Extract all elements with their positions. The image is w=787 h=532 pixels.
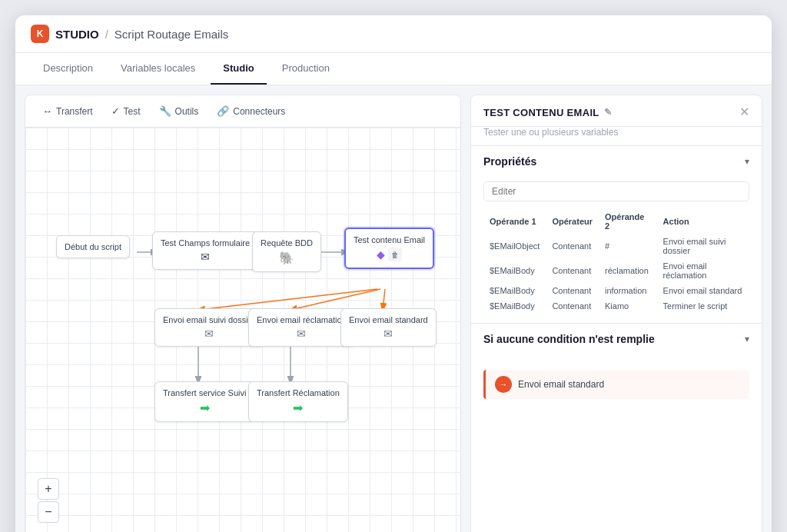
node-test-contenu[interactable]: Test contenu Email ◆ 🗑 [344,228,434,269]
node-icon-diamond: ◆ 🗑 [354,248,425,261]
wrench-icon: 🔧 [159,105,171,117]
panel-close-btn[interactable]: ✕ [739,106,749,118]
panel-title-row: TEST CONTENU EMAIL ✎ [483,107,612,118]
panel-title-text: TEST CONTENU EMAIL [483,107,599,118]
node-transfert-suivi[interactable]: Transfert service Suivi ➡ [154,381,254,422]
table-cell-operand1: $EMailBody [483,298,546,314]
node-label: Envoi email suivi dossier [163,315,255,324]
node-icon-envoi-standard: ✉ [349,328,428,340]
properties-table-wrapper: Opérande 1 Opérateur Opérande 2 Action $… [471,209,762,323]
table-cell-operand1: $EMailBody [483,283,546,298]
table-cell-operator: Contenant [546,258,599,283]
transfert-icon: ↔ [42,105,52,117]
zoom-in-btn[interactable]: + [38,478,59,500]
edit-row [471,177,762,209]
node-label: Test contenu Email [354,235,425,244]
node-icon-transfert-reclamation: ➡ [257,401,340,415]
node-delete-btn[interactable]: 🗑 [388,248,402,261]
node-icon-envoi-reclamation: ✉ [257,328,347,340]
properties-chevron: ▾ [745,156,749,167]
app-window: K STUDIO / Script Routage Emails Descrip… [15,15,772,532]
transfert-btn[interactable]: ↔ Transfert [35,101,101,121]
node-label: Test Champs formulaire [161,238,250,248]
title-bar: K STUDIO / Script Routage Emails [15,15,772,53]
node-label: Début du script [65,242,121,251]
node-icon-envoi-suivi: ✉ [163,328,255,340]
col-header-action: Action [657,209,749,234]
tab-variables[interactable]: Variables locales [108,53,208,85]
node-envoi-reclamation[interactable]: Envoi email réclamation ✉ [248,308,355,347]
edit-input[interactable] [483,181,749,201]
table-row[interactable]: $EMailObjectContenant#Envoi email suivi … [483,234,749,258]
svg-line-5 [383,289,385,310]
test-btn[interactable]: ✓ Test [104,101,148,121]
node-envoi-standard[interactable]: Envoi email standard ✉ [340,308,437,347]
panel-subtitle: Tester une ou plusieurs variables [471,127,762,145]
table-cell-operand2: Kiamo [599,298,657,314]
properties-title: Propriétés [483,155,536,168]
node-label: Transfert Réclamation [257,388,340,397]
node-transfert-reclamation[interactable]: Transfert Réclamation ➡ [248,381,348,422]
table-cell-action: Terminer le script [657,298,749,314]
no-condition-section-header[interactable]: Si aucune condition n'est remplie ▾ [471,324,762,354]
node-requete-bdd[interactable]: Requête BDD 🐘 [252,231,321,272]
svg-line-4 [291,289,380,310]
default-action-icon: → [495,376,512,393]
table-cell-operator: Contenant [546,283,599,298]
default-action-row: → Envoi email standard [483,370,749,399]
breadcrumb-sep: / [105,28,108,41]
table-cell-action: Envoi email suivi dossier [657,234,749,258]
node-label: Transfert service Suivi [163,388,246,397]
app-logo: K [31,25,49,43]
default-action-text: Envoi email standard [518,379,604,390]
canvas-panel: ↔ Transfert ✓ Test 🔧 Outils 🔗 Connecteur… [25,95,461,532]
table-cell-operand2: # [599,234,657,258]
panel-header: TEST CONTENU EMAIL ✎ ✕ [471,95,762,127]
node-debut[interactable]: Début du script [56,235,130,258]
table-cell-operator: Contenant [546,298,599,314]
connecteurs-btn[interactable]: 🔗 Connecteurs [209,101,293,121]
check-icon: ✓ [111,105,120,117]
no-condition-title: Si aucune condition n'est remplie [483,333,655,345]
svg-line-3 [198,289,377,310]
canvas-inner: Début du script Test Champs formulaire ✉… [25,128,460,532]
canvas-toolbar: ↔ Transfert ✓ Test 🔧 Outils 🔗 Connecteur… [25,95,460,128]
table-cell-operator: Contenant [546,234,599,258]
zoom-controls: + − [38,478,59,523]
canvas-area[interactable]: Début du script Test Champs formulaire ✉… [25,128,460,532]
node-icon-mail: ✉ [161,251,250,263]
right-panel: TEST CONTENU EMAIL ✎ ✕ Tester une ou plu… [470,95,762,532]
table-cell-operand1: $EMailBody [483,258,546,283]
tab-description[interactable]: Description [31,53,105,85]
tab-studio[interactable]: Studio [211,53,266,85]
col-header-operand2: Opérande 2 [599,209,657,234]
outils-btn[interactable]: 🔧 Outils [151,101,207,121]
main-content: ↔ Transfert ✓ Test 🔧 Outils 🔗 Connecteur… [15,85,772,532]
node-label: Envoi email réclamation [257,315,347,324]
studio-label: STUDIO [55,28,99,41]
node-label: Envoi email standard [349,315,428,324]
table-row[interactable]: $EMailBodyContenantréclamationEnvoi emai… [483,258,749,283]
col-header-operand1: Opérande 1 [483,209,546,234]
col-header-operator: Opérateur [546,209,599,234]
node-icon-db: 🐘 [261,251,313,265]
zoom-out-btn[interactable]: − [38,501,59,523]
no-condition-chevron: ▾ [745,334,749,344]
table-row[interactable]: $EMailBodyContenantinformationEnvoi emai… [483,283,749,298]
table-cell-action: Envoi email standard [657,283,749,298]
panel-edit-icon[interactable]: ✎ [604,107,612,118]
properties-section-header[interactable]: Propriétés ▾ [471,146,762,177]
properties-table: Opérande 1 Opérateur Opérande 2 Action $… [483,209,749,314]
node-label: Requête BDD [261,238,313,248]
tab-production[interactable]: Production [270,53,342,85]
table-cell-operand2: réclamation [599,258,657,283]
node-icon-transfert-suivi: ➡ [163,401,246,415]
nav-tabs: Description Variables locales Studio Pro… [15,53,772,85]
table-row[interactable]: $EMailBodyContenantKiamoTerminer le scri… [483,298,749,314]
table-cell-operand2: information [599,283,657,298]
table-cell-action: Envoi email réclamation [657,258,749,283]
node-test-champs[interactable]: Test Champs formulaire ✉ [152,231,258,270]
no-condition-body: → Envoi email standard [471,354,762,408]
link-icon: 🔗 [217,105,229,117]
script-name: Script Routage Emails [115,28,228,41]
